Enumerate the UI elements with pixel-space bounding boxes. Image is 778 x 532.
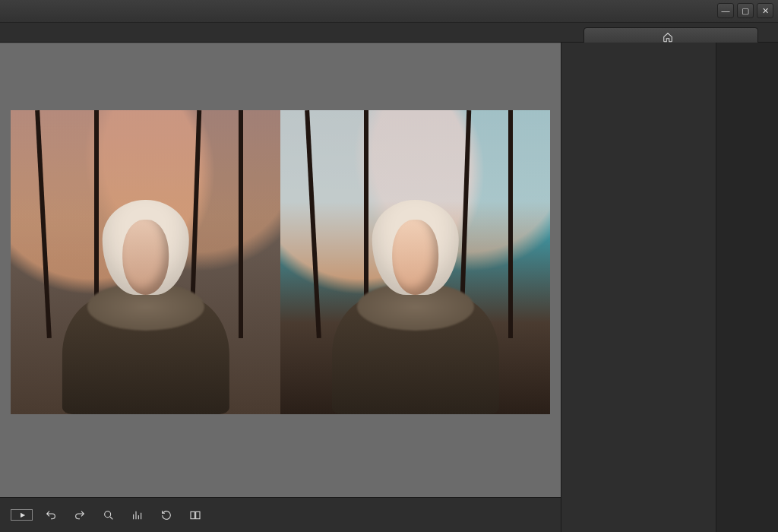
image-before bbox=[11, 110, 280, 414]
image-comparison[interactable] bbox=[11, 110, 550, 414]
bottom-toolbar: ▶ bbox=[0, 497, 561, 532]
workspace: ▶ bbox=[0, 43, 778, 532]
close-button[interactable]: ✕ bbox=[757, 3, 773, 18]
title-bar: — ▢ ✕ bbox=[0, 0, 778, 23]
home-icon bbox=[663, 32, 673, 43]
svg-rect-1 bbox=[191, 511, 194, 518]
reset-icon bbox=[160, 509, 172, 521]
maximize-button[interactable]: ▢ bbox=[737, 3, 754, 18]
zoom-icon bbox=[103, 509, 115, 521]
minimize-button[interactable]: — bbox=[717, 3, 734, 18]
svg-rect-2 bbox=[196, 511, 200, 518]
image-after bbox=[280, 110, 550, 414]
histogram-icon bbox=[131, 509, 144, 521]
window-controls: — ▢ ✕ bbox=[717, 3, 773, 18]
histogram-button[interactable] bbox=[131, 509, 148, 521]
subject-graphic bbox=[331, 165, 498, 414]
compare-button[interactable] bbox=[189, 509, 206, 521]
chevron-right-icon: ▶ bbox=[21, 511, 26, 518]
subject-graphic bbox=[62, 165, 229, 414]
reset-button[interactable] bbox=[160, 509, 177, 521]
tool-tabs bbox=[716, 43, 778, 532]
preset-panel bbox=[561, 43, 716, 532]
rotate-left-icon bbox=[45, 509, 57, 521]
zoom-button[interactable] bbox=[103, 509, 119, 521]
compare-icon bbox=[189, 509, 201, 521]
exif-button[interactable]: ▶ bbox=[11, 509, 33, 521]
svg-point-0 bbox=[105, 511, 111, 517]
rotate-right-icon bbox=[74, 509, 86, 521]
rotate-right-button[interactable] bbox=[74, 509, 90, 521]
rotate-left-button[interactable] bbox=[45, 509, 62, 521]
canvas-area: ▶ bbox=[0, 43, 561, 532]
